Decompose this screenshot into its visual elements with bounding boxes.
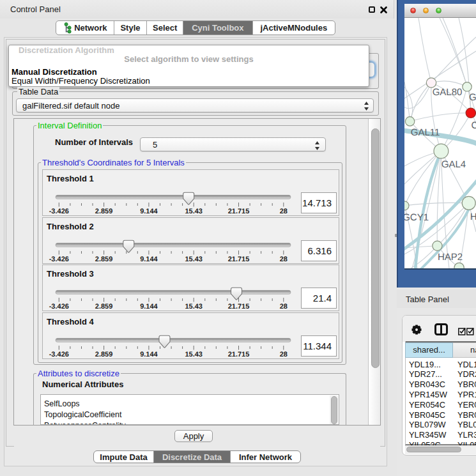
svg-text:9.144: 9.144 (140, 256, 158, 263)
svg-text:GAL7: GAL7 (469, 92, 476, 103)
svg-text:GAL11: GAL11 (411, 127, 440, 138)
svg-text:21.715: 21.715 (228, 351, 250, 358)
svg-text:15.43: 15.43 (185, 256, 203, 263)
svg-text:GAL4: GAL4 (441, 159, 466, 170)
svg-text:HAP2: HAP2 (438, 252, 463, 263)
svg-text:15.43: 15.43 (185, 351, 203, 358)
svg-text:2.859: 2.859 (95, 208, 113, 215)
svg-text:HIS4: HIS4 (470, 211, 476, 222)
svg-text:28: 28 (280, 351, 288, 358)
svg-text:28: 28 (280, 256, 288, 263)
svg-text:21.715: 21.715 (228, 303, 250, 311)
svg-text:15.43: 15.43 (185, 303, 203, 311)
svg-text:2.859: 2.859 (95, 303, 113, 311)
svg-text:-3.426: -3.426 (49, 303, 69, 311)
svg-text:15.43: 15.43 (185, 208, 203, 215)
svg-text:-3.426: -3.426 (49, 208, 69, 215)
svg-text:-3.426: -3.426 (49, 256, 69, 263)
svg-text:GCY1: GCY1 (404, 212, 429, 223)
svg-text:21.715: 21.715 (228, 256, 250, 263)
svg-text:2.859: 2.859 (95, 256, 113, 263)
svg-text:GAL80: GAL80 (433, 87, 463, 98)
svg-text:28: 28 (280, 303, 288, 311)
svg-text:CDC1: CDC1 (472, 120, 476, 131)
svg-text:9.144: 9.144 (140, 303, 158, 311)
svg-text:28: 28 (280, 208, 288, 215)
svg-text:9.144: 9.144 (140, 351, 158, 358)
svg-text:2.859: 2.859 (95, 351, 113, 358)
svg-text:21.715: 21.715 (228, 208, 250, 215)
svg-text:9.144: 9.144 (140, 208, 158, 215)
svg-text:-3.426: -3.426 (49, 351, 69, 358)
